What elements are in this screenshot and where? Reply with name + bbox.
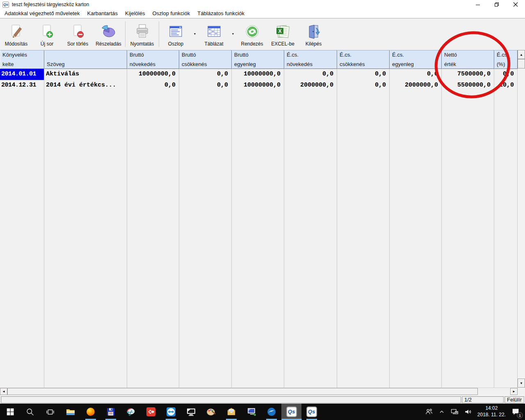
- minimize-button[interactable]: [468, 0, 487, 9]
- cell-r1-c2[interactable]: 0,0: [127, 80, 179, 91]
- cell-r1-c6[interactable]: 0,0: [337, 80, 390, 91]
- cell-r0-c1[interactable]: Aktiválás: [44, 69, 127, 80]
- cell-r0-c2[interactable]: 10000000,0: [127, 69, 179, 80]
- cell-r0-c6[interactable]: 0,0: [337, 69, 390, 80]
- printer-icon: [135, 23, 150, 40]
- column-header-3[interactable]: Bruttócsökkenés: [179, 50, 232, 69]
- grid-empty-column-4: [232, 91, 284, 388]
- column-header-5[interactable]: É.cs.növekedés: [284, 50, 337, 69]
- app-logo-icon: Qs: [2, 2, 9, 8]
- restore-button[interactable]: [487, 0, 506, 9]
- close-button[interactable]: [506, 0, 525, 9]
- menu-bar: Adatokkal végezhető műveletekKarbantartá…: [0, 9, 525, 18]
- sor-torles-button[interactable]: Sor törlés: [62, 20, 93, 48]
- column-header-6[interactable]: É.cs.csökkenés: [337, 50, 390, 69]
- taskbar-teamviewer-button[interactable]: [161, 404, 181, 420]
- excel-be-label: EXCEL-be: [271, 41, 294, 47]
- cell-r1-c4[interactable]: 10000000,0: [232, 80, 284, 91]
- taskbar-qs-app-button[interactable]: Qs: [301, 404, 322, 420]
- cell-r0-c8[interactable]: 7500000,0: [442, 69, 494, 80]
- kilepes-button[interactable]: Kilépés: [298, 20, 329, 48]
- taskbar-qs-app-active-button[interactable]: Qs: [281, 404, 301, 420]
- rendezes-label: Rendezés: [241, 41, 263, 47]
- column-header-line2: érték: [444, 61, 492, 67]
- excel-be-button[interactable]: XEXCEL-be: [267, 20, 298, 48]
- cell-r1-c1[interactable]: 2014 évi értékcs...: [44, 80, 127, 91]
- cell-r0-c3[interactable]: 0,0: [179, 69, 232, 80]
- taskbar-clock[interactable]: 14:02 2018. 11. 22.: [477, 405, 506, 418]
- cell-r1-c7[interactable]: 2000000,0: [390, 80, 442, 91]
- vertical-scroll-thumb[interactable]: [518, 59, 525, 68]
- taskbar-paint-palette-button[interactable]: [201, 404, 221, 420]
- column-header-line2: Szöveg: [47, 61, 125, 67]
- horizontal-scroll-thumb[interactable]: [7, 388, 478, 395]
- oszlop-button[interactable]: Oszlop: [160, 20, 191, 48]
- people-icon[interactable]: [425, 408, 433, 416]
- nyomtatas-button[interactable]: Nyomtatás: [127, 20, 158, 48]
- scroll-down-button[interactable]: ▼: [518, 379, 525, 388]
- reszeladas-button[interactable]: Részeladás: [93, 20, 124, 48]
- firefox-icon: [86, 407, 96, 417]
- cell-r1-c9[interactable]: 20,0: [494, 80, 518, 91]
- grid-empty-column-9: [494, 91, 518, 388]
- horizontal-scrollbar[interactable]: ◄ ►: [0, 388, 518, 395]
- oszlop-dropdown-arrow[interactable]: ▼: [191, 20, 199, 48]
- column-header-9[interactable]: É.cs.(%): [494, 50, 518, 69]
- column-header-line1: Bruttó: [234, 52, 282, 58]
- cell-r1-c0[interactable]: 2014.12.31: [0, 80, 44, 91]
- rendezes-button[interactable]: Rendezés: [237, 20, 267, 48]
- cell-r1-c5[interactable]: 2000000,0: [284, 80, 337, 91]
- menu-item-3[interactable]: Oszlop funkciók: [148, 9, 194, 18]
- modositas-button[interactable]: Módosítás: [1, 20, 32, 48]
- action-center-icon[interactable]: 1: [511, 407, 520, 416]
- column-header-0[interactable]: Könyveléskelte: [0, 50, 44, 69]
- scroll-up-button[interactable]: ▲: [518, 50, 525, 59]
- tablazat-dropdown-arrow[interactable]: ▼: [229, 20, 237, 48]
- tablazat-button[interactable]: Táblázat: [199, 20, 229, 48]
- taskbar-monitor-app-button[interactable]: [181, 404, 201, 420]
- cell-r0-c4[interactable]: 10000000,0: [232, 69, 284, 80]
- pie-chart-icon: [100, 23, 117, 40]
- search-icon: [26, 408, 34, 416]
- vertical-scrollbar[interactable]: ▲ ▼: [518, 50, 525, 388]
- toolbar-separator: [125, 21, 126, 47]
- cell-r0-c7[interactable]: 0,0: [390, 69, 442, 80]
- menu-item-0[interactable]: Adatokkal végezhető műveletek: [1, 9, 84, 18]
- column-header-1[interactable]: Szöveg: [44, 50, 127, 69]
- oszlop-label: Oszlop: [168, 41, 183, 47]
- hidden-icons-chevron-icon[interactable]: [438, 409, 445, 415]
- cell-r0-c5[interactable]: 0,0: [284, 69, 337, 80]
- column-header-4[interactable]: Bruttóegyenleg: [232, 50, 284, 69]
- uj-sor-button[interactable]: Új sor: [32, 20, 62, 48]
- taskbar-floppy-save-button[interactable]: [100, 404, 121, 420]
- mail-icon: [226, 407, 236, 417]
- taskbar-task-view-button[interactable]: [40, 404, 60, 420]
- taskbar-start-button[interactable]: [0, 404, 20, 420]
- data-grid: KönyveléskelteSzövegBruttónövekedésBrutt…: [0, 50, 518, 388]
- menu-item-2[interactable]: Kijelölés: [121, 9, 148, 18]
- column-header-line2: egyenleg: [234, 61, 282, 67]
- column-header-line2: csökkenés: [182, 61, 229, 67]
- menu-item-4[interactable]: Táblázatos funkciók: [194, 9, 248, 18]
- taskbar-firefox-button[interactable]: [80, 404, 100, 420]
- scroll-right-button[interactable]: ►: [510, 388, 518, 395]
- cell-r1-c8[interactable]: 5500000,0: [442, 80, 494, 91]
- volume-icon[interactable]: [464, 408, 472, 416]
- sor-torles-label: Sor törlés: [67, 41, 88, 47]
- taskbar-network-computer-button[interactable]: [241, 404, 261, 420]
- network-status-icon[interactable]: [450, 408, 459, 416]
- taskbar-file-explorer-button[interactable]: [60, 404, 80, 420]
- cell-r0-c0[interactable]: 2014.01.01: [0, 69, 44, 80]
- menu-item-1[interactable]: Karbantartás: [84, 9, 121, 18]
- taskbar-mail-button[interactable]: [221, 404, 241, 420]
- column-header-8[interactable]: Nettóérték: [442, 50, 494, 69]
- taskbar-search-button[interactable]: [20, 404, 40, 420]
- column-header-2[interactable]: Bruttónövekedés: [127, 50, 179, 69]
- cell-r1-c3[interactable]: 0,0: [179, 80, 232, 91]
- taskbar-snipping-button[interactable]: [121, 404, 141, 420]
- cell-r0-c9[interactable]: 0,0: [494, 69, 518, 80]
- column-header-7[interactable]: É.cs.egyenleg: [390, 50, 442, 69]
- scroll-left-button[interactable]: ◄: [0, 388, 7, 395]
- taskbar-openoffice-button[interactable]: [261, 404, 281, 420]
- taskbar-red-diamond-button[interactable]: [141, 404, 161, 420]
